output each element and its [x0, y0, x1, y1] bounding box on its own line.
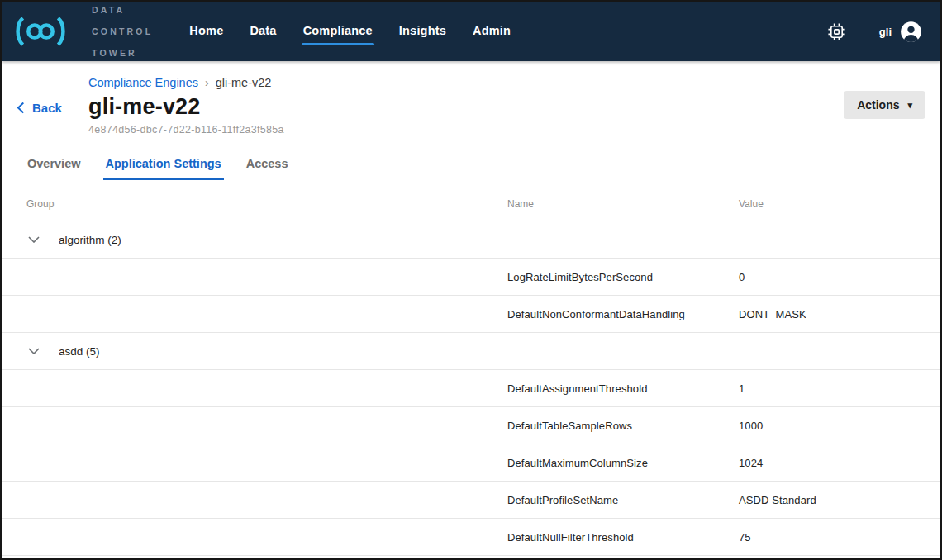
page-title: gli-me-v22: [88, 94, 925, 120]
breadcrumb-separator: ›: [205, 76, 209, 89]
breadcrumb-parent-link[interactable]: Compliance Engines: [88, 76, 198, 89]
setting-value: 1: [739, 382, 940, 395]
settings-table-body: algorithm (2)LogRateLimitBytesPerSecond0…: [2, 221, 940, 556]
page-header: Compliance Engines › gli-me-v22 gli-me-v…: [2, 61, 940, 135]
app-window: { "colors": { "navbar_bg": "#152A40", "b…: [0, 0, 942, 560]
actions-button[interactable]: Actions ▾: [844, 91, 925, 119]
setting-row: DefaultMaximumColumnSize1024: [2, 444, 940, 482]
back-button[interactable]: Back: [17, 101, 62, 115]
brand-line-1: DATA: [92, 5, 125, 15]
column-header-value: Value: [739, 198, 940, 210]
cpu-chip-icon[interactable]: [827, 22, 846, 41]
setting-row: DefaultAssignmentThreshold1: [2, 370, 940, 407]
breadcrumb: Compliance Engines › gli-me-v22: [88, 76, 925, 89]
tab-overview[interactable]: Overview: [25, 154, 83, 180]
setting-value: 1000: [739, 420, 940, 432]
setting-name: DefaultTableSampleRows: [507, 420, 739, 432]
setting-row: DefaultProfileSetNameASDD Standard: [2, 482, 940, 519]
setting-row: DefaultTableSampleRows1000: [2, 407, 940, 444]
setting-value: 0: [739, 271, 940, 283]
setting-value: ASDD Standard: [739, 494, 940, 506]
nav-item-compliance[interactable]: Compliance: [302, 17, 374, 45]
brand-line-3: TOWER: [92, 48, 137, 58]
engine-uuid: 4e874d56-dbc7-7d22-b116-11ff2a3f585a: [88, 124, 925, 135]
navbar-right: gli: [827, 21, 922, 43]
group-row: algorithm (2): [2, 221, 940, 259]
setting-row: LogRateLimitBytesPerSecond0: [2, 259, 940, 296]
user-avatar-icon[interactable]: [900, 21, 922, 43]
table-header-row: Group Name Value: [2, 187, 940, 221]
setting-name: DefaultAssignmentThreshold: [507, 382, 739, 395]
setting-name: DefaultNonConformantDataHandling: [507, 308, 739, 320]
back-label: Back: [32, 101, 62, 115]
setting-name: DefaultNullFilterThreshold: [507, 531, 739, 543]
username-label: gli: [879, 26, 892, 38]
setting-value: DONT_MASK: [739, 308, 940, 320]
setting-value: 75: [739, 531, 940, 543]
settings-table: Group Name Value algorithm (2)LogRateLim…: [2, 187, 940, 556]
column-header-name: Name: [507, 198, 739, 210]
nav-item-admin[interactable]: Admin: [471, 17, 512, 45]
nav-item-data[interactable]: Data: [248, 17, 278, 45]
setting-row: DefaultNonConformantDataHandlingDONT_MAS…: [2, 296, 940, 333]
brand-wordmark: DATA CONTROL TOWER: [92, 5, 153, 59]
setting-name: DefaultProfileSetName: [507, 494, 739, 506]
nav-item-insights[interactable]: Insights: [397, 17, 448, 45]
setting-name: DefaultMaximumColumnSize: [507, 457, 739, 469]
group-label: asdd (5): [59, 345, 100, 358]
group-label: algorithm (2): [59, 234, 121, 246]
tab-access[interactable]: Access: [244, 154, 291, 180]
chevron-down-icon[interactable]: [28, 348, 40, 354]
breadcrumb-current: gli-me-v22: [216, 76, 272, 89]
setting-row: DefaultNullFilterThreshold75: [2, 519, 940, 556]
actions-label: Actions: [857, 98, 899, 112]
brand-line-2: CONTROL: [92, 26, 153, 36]
nav-item-home[interactable]: Home: [188, 17, 225, 45]
setting-name: LogRateLimitBytesPerSecond: [507, 271, 739, 283]
chevron-down-icon[interactable]: [28, 236, 40, 243]
nav-menu: HomeDataComplianceInsightsAdmin: [188, 17, 512, 45]
tab-bar: OverviewApplication SettingsAccess: [2, 154, 940, 180]
setting-value: 1024: [739, 457, 940, 469]
column-header-group: Group: [2, 198, 507, 210]
tab-application-settings[interactable]: Application Settings: [103, 154, 224, 180]
back-chevron-icon: [17, 102, 25, 114]
infinity-logo-icon[interactable]: [13, 14, 68, 49]
brand-divider: [78, 16, 79, 47]
top-navbar: DATA CONTROL TOWER HomeDataComplianceIns…: [2, 2, 940, 61]
caret-down-icon: ▾: [907, 101, 912, 110]
group-row: asdd (5): [2, 333, 940, 370]
